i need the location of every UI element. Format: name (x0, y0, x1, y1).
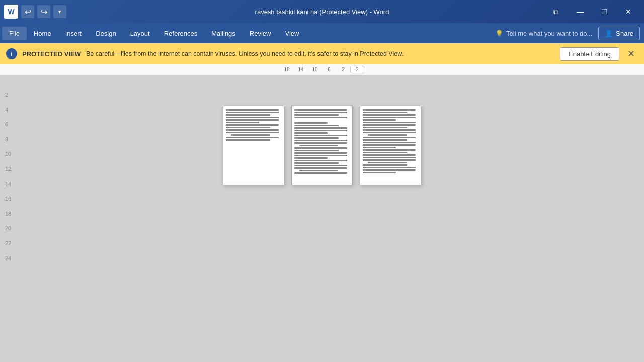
text-line (226, 137, 279, 138)
text-line (294, 152, 347, 154)
margin-num: 22 (5, 239, 11, 248)
title-controls: ⧉ — ☐ ✕ (544, 4, 640, 19)
text-line (294, 167, 347, 169)
menu-references[interactable]: References (157, 27, 204, 40)
text-line (363, 142, 416, 143)
text-line (294, 117, 347, 118)
text-line (226, 127, 270, 128)
share-button[interactable]: 👤 Share (598, 27, 640, 40)
text-line (294, 172, 347, 174)
pages-container (223, 106, 421, 185)
text-line (363, 152, 407, 153)
text-line (363, 147, 396, 148)
text-line (363, 159, 416, 161)
text-line (294, 127, 347, 129)
undo-button[interactable]: ↩ (21, 5, 34, 18)
quick-access-button[interactable]: ▾ (53, 5, 66, 18)
text-line (226, 122, 259, 123)
margin-num: 16 (5, 195, 11, 204)
margin-num: 12 (5, 165, 11, 174)
protected-view-message: Be careful—files from the Internet can c… (86, 50, 555, 57)
margin-num: 4 (5, 106, 11, 115)
text-line (363, 169, 416, 171)
protected-view-bar: i PROTECTED VIEW Be careful—files from t… (0, 43, 644, 64)
menu-mailings[interactable]: Mailings (204, 27, 243, 40)
text-line (294, 160, 347, 161)
text-line (294, 132, 328, 134)
text-line (363, 154, 416, 156)
ribbon-search-box[interactable]: 💡 Tell me what you want to do... (489, 28, 598, 39)
share-person-icon: 👤 (605, 30, 613, 37)
text-line (294, 135, 347, 136)
redo-button[interactable]: ↪ (37, 5, 50, 18)
menu-layout[interactable]: Layout (123, 27, 157, 40)
maximize-button[interactable]: ☐ (593, 4, 616, 19)
text-line (294, 122, 328, 124)
menu-home[interactable]: Home (27, 27, 58, 40)
text-line (294, 162, 339, 164)
search-placeholder-text: Tell me what you want to do... (506, 30, 592, 37)
close-protected-bar-button[interactable]: ✕ (624, 47, 638, 60)
margin-num: 20 (5, 224, 11, 233)
close-button[interactable]: ✕ (617, 4, 640, 19)
document-area: 2 4 6 8 10 12 14 16 18 20 22 24 (0, 75, 644, 362)
text-line (294, 109, 347, 111)
lightbulb-icon: 💡 (495, 30, 503, 37)
margin-num: 18 (5, 210, 11, 219)
enable-editing-button[interactable]: Enable Editing (560, 47, 619, 61)
protected-view-badge: PROTECTED VIEW (22, 50, 81, 58)
text-line (363, 117, 416, 118)
text-line (299, 145, 338, 146)
margin-num: 2 (5, 90, 11, 100)
text-line (226, 112, 279, 113)
menu-design[interactable]: Design (89, 27, 123, 40)
text-line (294, 155, 347, 156)
text-line (363, 137, 416, 138)
text-line (299, 170, 338, 171)
text-line (363, 149, 416, 151)
text-line (226, 129, 279, 131)
ruler: 18 14 10 6 2 2 (0, 64, 644, 75)
left-margin-ruler: 2 4 6 8 10 12 14 16 18 20 22 24 (5, 90, 11, 263)
text-line (363, 122, 416, 123)
text-line (363, 132, 416, 133)
page1-content (223, 106, 284, 165)
text-line (294, 150, 339, 151)
margin-num: 10 (5, 150, 11, 159)
share-label: Share (616, 30, 633, 37)
text-line (363, 124, 416, 126)
document-page-2 (291, 106, 353, 185)
text-line (231, 134, 270, 136)
text-line (226, 124, 279, 126)
menu-view[interactable]: View (278, 27, 306, 40)
text-line (294, 142, 347, 144)
text-line (294, 147, 347, 149)
text-line (363, 109, 416, 111)
text-line (363, 139, 407, 141)
ruler-mark-current: 2 (350, 66, 364, 73)
ruler-mark-2: 14 (294, 67, 308, 72)
ruler-mark-4: 6 (322, 67, 336, 72)
ruler-mark-3: 10 (308, 67, 322, 72)
text-line (368, 162, 407, 163)
text-line (363, 129, 416, 131)
info-icon: i (6, 48, 17, 59)
ruler-marks: 18 14 10 6 2 2 (280, 66, 364, 73)
menu-insert[interactable]: Insert (58, 27, 89, 40)
ruler-mark-1: 18 (280, 67, 294, 72)
text-line (363, 119, 396, 121)
document-title: ravesh tashkil kani ha (Protected View) … (255, 8, 389, 16)
ruler-mark-5: 2 (336, 67, 350, 72)
menu-file[interactable]: File (2, 27, 27, 40)
text-line (363, 164, 407, 166)
minimize-button[interactable]: — (569, 4, 592, 19)
text-line (226, 109, 279, 111)
text-line (294, 130, 347, 131)
document-page-1 (223, 106, 284, 185)
title-bar: W ↩ ↪ ▾ ravesh tashkil kani ha (Protecte… (0, 0, 644, 23)
title-bar-left: W ↩ ↪ ▾ (4, 5, 66, 19)
menu-review[interactable]: Review (243, 27, 278, 40)
restore-window-button[interactable]: ⧉ (544, 4, 568, 19)
text-line (226, 119, 279, 121)
word-logo: W (4, 5, 18, 19)
